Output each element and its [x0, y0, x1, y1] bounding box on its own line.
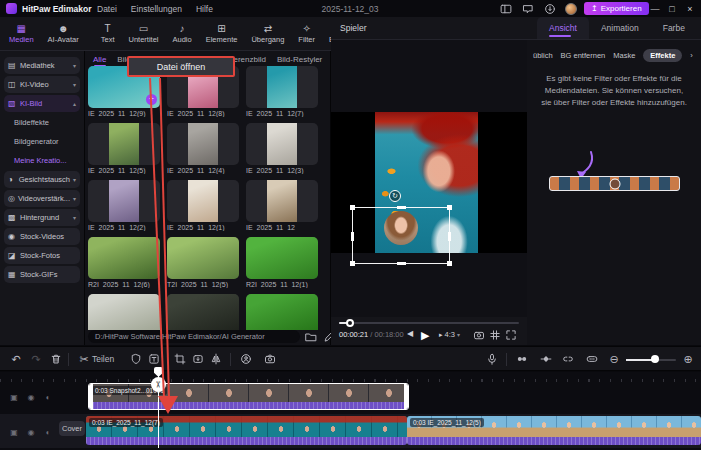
selection-box[interactable] [352, 207, 450, 264]
face-swap-icon[interactable] [238, 351, 254, 367]
crop-icon[interactable] [172, 351, 188, 367]
media-thumbnail[interactable] [167, 123, 239, 165]
subtab-üblich[interactable]: üblich [533, 51, 553, 60]
download-icon[interactable] [543, 2, 557, 15]
media-item[interactable]: IE_2025_11_12(2) [88, 180, 160, 237]
snapshot-button[interactable] [473, 329, 485, 341]
sidebar-item-stock-fotos[interactable]: ◪Stock-Fotos [4, 247, 80, 264]
split-icon[interactable]: ✂ [76, 351, 92, 367]
media-item[interactable]: R2I_2025_11_12(6) [88, 237, 160, 294]
rotate-handle[interactable]: ↻ [389, 190, 401, 202]
record-voiceover-icon[interactable] [484, 351, 500, 367]
sidebar-item-stock-gifs[interactable]: ▦Stock-GIFs [4, 266, 80, 283]
menu-hilfe[interactable]: Hilfe [196, 4, 213, 14]
media-item[interactable] [88, 294, 160, 330]
export-button[interactable]: ↥Exportieren [584, 2, 649, 15]
ribbon-tab-text[interactable]: TText [96, 21, 120, 46]
export-frame-icon[interactable] [190, 351, 206, 367]
flip-icon[interactable] [208, 351, 224, 367]
track1-lock-icon[interactable]: ▣ [9, 392, 19, 402]
handle-nw[interactable] [350, 205, 355, 210]
track1-mute-icon[interactable]: ◐ [43, 392, 53, 402]
handle-w[interactable] [351, 232, 354, 241]
clip-trim-left[interactable] [89, 384, 93, 409]
seek-bar[interactable] [339, 322, 519, 324]
media-thumbnail[interactable] [246, 123, 318, 165]
tooltip-open-file[interactable]: Datei öffnen [127, 56, 235, 77]
split-label[interactable]: Teilen [92, 351, 114, 367]
sidebar-item-mediathek[interactable]: ▤Mediathek▾ [4, 57, 80, 74]
media-item[interactable]: IE_2025_11_12(4) [167, 123, 239, 180]
sidebar-item-ki-video[interactable]: ◫KI-Video▾ [4, 76, 80, 93]
chevron-right-icon[interactable]: › [690, 51, 693, 60]
play-button[interactable]: ▶ [421, 329, 429, 342]
timeline-clip-snapshot[interactable]: 0:03 Snapshot2...01001 [88, 383, 409, 410]
sidebar-item-bildgenerator[interactable]: Bildgenerator [14, 133, 80, 150]
media-item[interactable]: R2I_2025_11_12(1) [246, 237, 318, 294]
subtab-maske[interactable]: Maske [613, 51, 635, 60]
handle-e[interactable] [448, 232, 451, 241]
menu-datei[interactable]: Datei [97, 4, 117, 14]
undo-icon[interactable]: ↶ [8, 351, 24, 367]
handle-n[interactable] [397, 206, 406, 209]
sidebar-item-stock-videos[interactable]: ◉Stock-Videos [4, 228, 80, 245]
media-thumbnail[interactable] [88, 237, 160, 279]
add-to-timeline-button[interactable]: + [146, 94, 157, 105]
fullscreen-button[interactable] [505, 329, 517, 341]
aspect-ratio-dropdown[interactable]: ▸ 4:3 ▾ [439, 330, 460, 339]
minimize-button[interactable]: — [648, 2, 662, 15]
media-thumbnail[interactable] [88, 294, 160, 330]
media-thumbnail[interactable] [167, 294, 239, 330]
zoom-out-icon[interactable]: ⊖ [606, 351, 622, 367]
text-template-icon[interactable] [146, 351, 162, 367]
media-item[interactable]: IE_2025_11_12(1) [167, 180, 239, 237]
ribbon-tab-filter[interactable]: ✧Filter [293, 21, 320, 46]
media-item[interactable]: IE_2025_11_12(5) [88, 123, 160, 180]
sidebar-item-meine-kreationen[interactable]: Meine Kreatio... [14, 152, 80, 169]
subtab-effekte[interactable]: Effekte [643, 49, 682, 62]
tab-animation[interactable]: Animation [589, 17, 651, 39]
menu-einstellungen[interactable]: Einstellungen [131, 4, 182, 14]
grid-overlay-button[interactable] [489, 329, 501, 341]
open-folder-icon[interactable] [305, 331, 317, 343]
media-item[interactable] [246, 294, 318, 330]
delete-icon[interactable] [48, 351, 64, 367]
user-avatar[interactable] [565, 3, 577, 15]
close-button[interactable]: × [683, 2, 697, 15]
link-icon[interactable] [514, 351, 530, 367]
camera-icon[interactable] [262, 351, 278, 367]
media-thumbnail[interactable] [246, 294, 318, 330]
handle-s[interactable] [397, 262, 406, 265]
track2-mute-icon[interactable]: ◐ [43, 427, 53, 437]
sidebar-item-videoverstaerker[interactable]: ◎Videoverstärk...▾ [4, 190, 80, 207]
media-item[interactable]: IE_2025_11_12(7) [246, 66, 318, 123]
sidebar-item-hintergrund[interactable]: ▩Hintergrund▾ [4, 209, 80, 226]
maximize-button[interactable]: □ [665, 2, 679, 15]
handle-ne[interactable] [447, 205, 452, 210]
feedback-icon[interactable] [521, 2, 535, 15]
redo-icon[interactable]: ↷ [28, 351, 44, 367]
cover-button[interactable]: Cover [59, 421, 85, 436]
tab-ansicht[interactable]: Ansicht [537, 17, 589, 39]
media-item[interactable] [167, 294, 239, 330]
timeline-clip-ie5[interactable]: 0:03 IE_2025_11_12(5) [407, 416, 701, 445]
timeline-clip-ie7[interactable]: 0:03 IE_2025_11_12(7) [86, 416, 407, 445]
track2-lock-icon[interactable]: ▣ [9, 427, 19, 437]
track2-visibility-icon[interactable]: ◉ [26, 427, 36, 437]
sidebar-item-gesichtstausch[interactable]: ◑Gesichtstausch▾ [4, 171, 80, 188]
ribbon-tab-elemente[interactable]: ⊞Elemente [201, 21, 243, 46]
ribbon-tab-audio[interactable]: ♪Audio [168, 21, 197, 46]
zoom-in-icon[interactable]: ⊕ [680, 351, 696, 367]
subtab-bg-entfernen[interactable]: BG entfernen [561, 51, 606, 60]
media-thumbnail[interactable] [246, 237, 318, 279]
media-item[interactable]: IE_2025_11_12(3) [246, 123, 318, 180]
sidebar-item-bildeffekte[interactable]: Bildeffekte [14, 114, 80, 131]
tab-farbe[interactable]: Farbe [651, 17, 697, 39]
layout-panels-icon[interactable] [499, 2, 513, 15]
handle-sw[interactable] [350, 261, 355, 266]
unlink-icon[interactable] [560, 351, 576, 367]
ribbon-tab-untertitel[interactable]: ▭Untertitel [124, 21, 164, 46]
clip-trim-right[interactable] [404, 384, 408, 409]
media-thumbnail[interactable] [167, 237, 239, 279]
shield-icon[interactable] [128, 351, 144, 367]
